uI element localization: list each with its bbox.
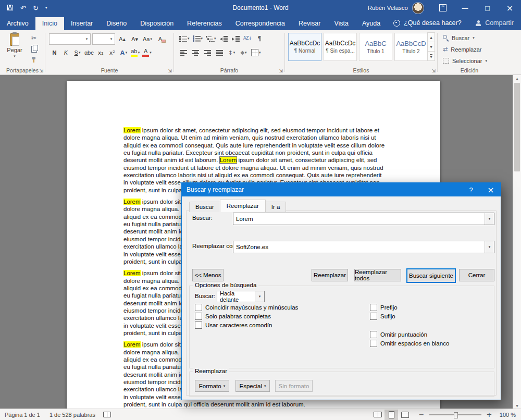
zoom-slider[interactable] [429,414,481,415]
tab-diseno[interactable]: Diseño [100,17,133,31]
change-case-button[interactable]: Aa ▾ [142,34,153,44]
dialog-tab-reemplazar[interactable]: Reemplazar [220,200,266,212]
line-spacing-button[interactable]: ↕▾ [226,47,237,58]
find-next-button[interactable]: Buscar siguiente [406,268,456,283]
read-mode-button[interactable] [371,410,384,420]
select-menu-button[interactable]: Seleccionar ▾ [443,56,487,65]
style-card-no-spacing[interactable]: AaBbCcDc ¶ Sin espa... [324,33,357,61]
italic-button[interactable]: K [60,47,71,58]
minimize-button[interactable]: — [454,0,476,16]
decrease-indent-button[interactable] [218,33,229,44]
paragraph-dialog-launcher[interactable]: ⇲ [279,69,283,73]
tab-disposicion[interactable]: Disposición [133,17,180,31]
bold-button[interactable]: N [49,47,60,58]
tab-ayuda[interactable]: Ayuda [355,17,387,31]
share-button[interactable]: Compartir [475,19,514,30]
less-button[interactable]: << Menos [192,269,224,281]
print-layout-button[interactable] [384,410,398,420]
tab-inicio[interactable]: Inicio [35,17,64,31]
styles-scroll-up-button[interactable]: ▲ [427,32,435,42]
checkbox-icon[interactable] [195,313,202,320]
close-dialog-button[interactable]: Cerrar [459,269,494,281]
ignore-punctuation-checkbox[interactable]: Omitir puntuación [370,331,427,338]
checkbox-icon[interactable] [370,340,377,347]
scrollbar-thumb[interactable] [514,83,520,171]
multilevel-list-button[interactable]: ▾ [205,33,217,44]
checkbox-icon[interactable] [370,313,377,320]
paste-button[interactable]: Pegar ▾ [3,33,26,65]
cut-button[interactable]: ✂ [29,34,39,42]
vertical-scrollbar[interactable]: ▲ ▼ [513,75,521,409]
user-avatar[interactable] [413,3,424,14]
text-effects-button[interactable]: A ▾ [118,47,129,58]
styles-dialog-launcher[interactable]: ⇲ [431,69,436,73]
dropdown-arrow-icon[interactable]: ▾ [255,291,264,302]
page-indicator[interactable]: Página 1 de 1 [0,412,45,418]
tab-insertar[interactable]: Insertar [64,17,100,31]
highlight-color-button[interactable]: ab ▾ [130,47,141,58]
superscript-button[interactable]: x² [107,47,118,58]
maximize-button[interactable]: □ [476,0,499,16]
style-card-heading1[interactable]: AaBbC Título 1 [359,33,392,61]
styles-scroll-down-button[interactable]: ▼ [427,42,435,52]
checkbox-icon[interactable] [195,304,202,311]
style-card-normal[interactable]: AaBbCcDc ¶ Normal [288,33,321,61]
close-button[interactable]: × [499,0,521,16]
tab-correspondencia[interactable]: Correspondencia [229,17,292,31]
dialog-tab-buscar[interactable]: Buscar [189,202,220,212]
web-layout-button[interactable] [398,410,412,420]
grow-font-button[interactable]: A▴ [117,34,128,44]
no-format-button[interactable]: Sin formato [275,380,313,392]
align-left-button[interactable] [178,47,189,58]
replace-button[interactable]: ⇄ Reemplazar [443,45,487,54]
tell-me-search[interactable]: ¿Qué desea hacer? [393,19,462,30]
sort-button[interactable]: AZ↓ [242,33,253,44]
format-painter-button[interactable] [29,56,39,64]
dialog-help-button[interactable]: ? [461,183,481,196]
dialog-close-icon[interactable]: × [481,183,501,196]
customize-quick-access-icon[interactable]: ▾ [45,6,47,10]
replace-button[interactable]: Reemplazar [312,269,348,281]
font-name-combobox[interactable]: ▾ [49,33,91,45]
dialog-title-bar[interactable]: Buscar y reemplazar ? × [182,183,501,196]
shading-button[interactable]: ◆▾ [238,47,249,58]
font-size-combobox[interactable]: ▾ [92,33,115,45]
whole-words-checkbox[interactable]: Solo palabras completas [195,313,271,320]
chevron-down-icon[interactable]: ▾ [83,37,90,41]
ignore-whitespace-checkbox[interactable]: Omitir espacios en blanco [370,340,449,347]
direction-select[interactable]: Hacia delante ▾ [217,291,265,302]
checkbox-icon[interactable] [370,331,377,338]
align-right-button[interactable] [202,47,213,58]
undo-icon[interactable]: ↶ [20,5,26,11]
styles-more-button[interactable]: ▼ [427,51,435,61]
dropdown-arrow-icon[interactable]: ▾ [485,213,494,225]
bullets-button[interactable]: ▾ [178,33,191,44]
underline-button[interactable]: S ▾ [72,47,83,58]
special-menu-button[interactable]: Especial ▾ [235,380,270,392]
replace-all-button[interactable]: Reemplazar todos [354,269,401,281]
chevron-down-icon[interactable]: ▾ [108,37,115,41]
tab-revisar[interactable]: Revisar [292,17,327,31]
match-case-checkbox[interactable]: Coincidir mayúsculas y minúsculas [195,304,298,311]
save-icon[interactable] [7,4,14,12]
shrink-font-button[interactable]: A▾ [129,34,140,44]
subscript-button[interactable]: x₂ [95,47,106,58]
scroll-down-arrow[interactable]: ▼ [513,402,521,409]
replace-with-input[interactable]: SoftZone.es ▾ [233,241,494,253]
find-input[interactable]: Lorem ▾ [233,213,494,225]
clipboard-dialog-launcher[interactable]: ⇲ [39,69,43,73]
dropdown-arrow-icon[interactable]: ▾ [485,241,494,253]
show-formatting-marks-button[interactable]: ¶ [254,33,265,44]
zoom-slider-thumb[interactable] [454,412,458,418]
tab-vista[interactable]: Vista [327,17,355,31]
dialog-tab-ir-a[interactable]: Ir a [265,202,287,212]
tab-referencias[interactable]: Referencias [180,17,229,31]
ribbon-display-options-button[interactable]: ^ [432,0,454,16]
prefix-checkbox[interactable]: Prefijo [370,304,398,311]
style-card-heading2[interactable]: AaBbCcD Título 2 [394,33,428,61]
align-center-button[interactable] [190,47,201,58]
format-menu-button[interactable]: Formato ▾ [195,380,229,392]
numbering-button[interactable]: ▾ [192,33,204,44]
checkbox-icon[interactable] [195,322,202,329]
clear-formatting-button[interactable]: A [155,34,166,44]
